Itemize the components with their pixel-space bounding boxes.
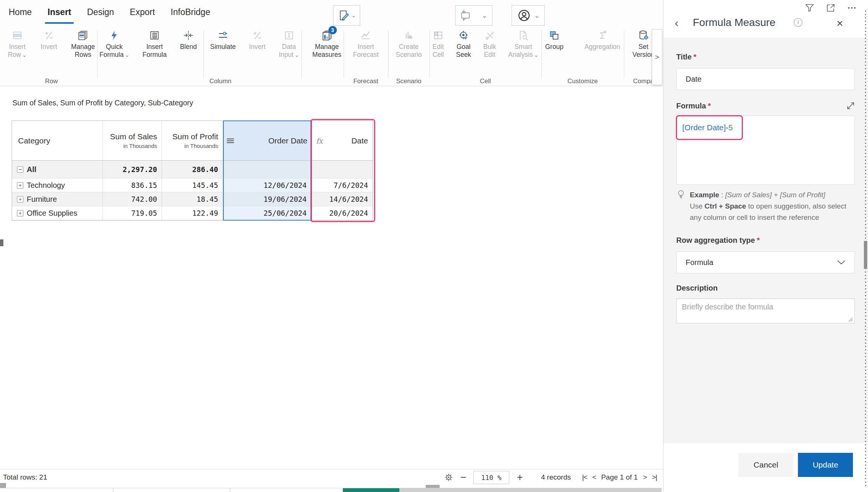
invert-row-button[interactable]: Invert [41, 29, 57, 59]
tab-infobridge[interactable]: InfoBridge [163, 0, 218, 26]
insert-formula-button[interactable]: Insert Formula [142, 29, 167, 59]
expand-icon[interactable]: + [17, 210, 23, 216]
cell-date[interactable]: 7/6/2024 [312, 178, 373, 192]
smart-analysis-button[interactable]: Smart Analysis⌄ [508, 29, 538, 59]
aggregation-button[interactable]: Aggregation [585, 29, 620, 59]
quick-formula-button[interactable]: Quick Formula⌄ [99, 29, 129, 59]
invert-icon [44, 29, 54, 42]
simulate-button[interactable]: Simulate [210, 29, 236, 59]
cell-order-date[interactable]: 12/06/2024 [223, 178, 312, 192]
insert-row-icon [12, 29, 23, 42]
comment-dropdown-button[interactable]: ⌄ [476, 5, 492, 26]
cell-profit[interactable]: 145.45 [162, 178, 223, 192]
info-icon[interactable]: i [794, 18, 802, 27]
table-header-row: Category Sum of Sales in Thousands Sum o… [12, 121, 373, 161]
more-options-icon[interactable] [847, 3, 857, 13]
formula-expression-highlight[interactable]: [Order Date]-5 [676, 115, 743, 140]
zoom-level-field[interactable]: 110 % [473, 471, 509, 484]
goal-seek-button[interactable]: Goal Seek [456, 29, 471, 59]
close-panel-button[interactable]: × [836, 18, 843, 29]
back-button[interactable]: ‹ [675, 17, 679, 29]
expand-icon[interactable]: + [17, 196, 23, 203]
invert-column-button[interactable]: Invert [249, 29, 266, 59]
collapse-icon[interactable]: − [17, 166, 23, 173]
ribbon: Home Insert Design Export InfoBridge [0, 0, 663, 86]
cell-category[interactable]: + Office Supplies [12, 206, 103, 220]
prev-page-button[interactable]: < [592, 469, 596, 485]
manage-measures-button[interactable]: 3 Manage Measures [312, 29, 341, 59]
account-button[interactable]: ⌄ [512, 5, 545, 26]
blend-button[interactable]: Blend [180, 29, 197, 59]
preview-selection-block [343, 488, 399, 492]
tab-design[interactable]: Design [79, 0, 122, 26]
cell-order-date[interactable]: 25/06/2024 [223, 206, 312, 220]
cell-date[interactable] [312, 161, 373, 178]
insert-forecast-button[interactable]: Insert Forecast [353, 29, 379, 59]
cell-sales[interactable]: 2,297.20 [103, 161, 162, 178]
filter-icon[interactable] [805, 3, 815, 13]
vertical-scrollbar[interactable] [863, 11, 868, 487]
measures-count-badge: 3 [329, 26, 337, 34]
set-version-icon [638, 29, 649, 42]
horizontal-scrollbar-thumb[interactable] [426, 485, 440, 488]
group-button[interactable]: Group [545, 29, 564, 59]
next-page-button[interactable]: > [643, 469, 647, 485]
add-comment-button[interactable] [455, 5, 476, 26]
description-label: Description [676, 284, 855, 292]
insert-row-button[interactable]: Insert Row⌄ [8, 29, 27, 59]
column-header-profit[interactable]: Sum of Profit in Thousands [162, 121, 223, 160]
column-header-sales[interactable]: Sum of Sales in Thousands [103, 121, 162, 160]
zoom-in-button[interactable]: + [517, 469, 523, 485]
pane-resize-handle[interactable] [0, 239, 3, 246]
zoom-out-button[interactable]: − [460, 469, 466, 485]
chevron-down-icon [836, 259, 846, 265]
tab-export[interactable]: Export [122, 0, 163, 26]
cell-profit[interactable]: 18.45 [162, 192, 223, 206]
expand-icon[interactable]: + [17, 182, 23, 189]
cell-order-date[interactable] [223, 161, 312, 178]
formula-editor[interactable]: [Order Date]-5 [676, 116, 855, 185]
column-header-order-date[interactable]: Order Date [223, 121, 312, 160]
create-scenario-button[interactable]: Create Scenario [396, 29, 422, 59]
cell-date[interactable]: 14/6/2024 [312, 192, 373, 206]
edit-cell-button[interactable]: Edit Cell [432, 29, 444, 59]
column-header-date[interactable]: fx Date [312, 121, 373, 160]
expand-formula-editor-icon[interactable] [846, 101, 855, 110]
horizontal-scrollbar[interactable] [0, 485, 663, 488]
settings-gear-icon[interactable] [444, 472, 454, 482]
cell-date[interactable]: 20/6/2024 [312, 206, 373, 220]
ribbon-group-scenario: Create Scenario Scenario [388, 27, 429, 86]
cell-category[interactable]: + Furniture [12, 192, 103, 206]
cell-sales[interactable]: 719.05 [103, 206, 162, 220]
edit-mode-button[interactable]: ⌄ [333, 5, 360, 26]
title-field-label: Title* [676, 53, 855, 61]
cell-category[interactable]: + Technology [12, 178, 103, 192]
cell-sales[interactable]: 742.00 [103, 192, 162, 206]
manage-rows-button[interactable]: Manage Rows [71, 29, 95, 59]
set-version-button[interactable]: Set Version [633, 29, 654, 59]
group-label-cell: Cell [429, 78, 541, 85]
aggregation-type-select[interactable]: Formula [676, 251, 855, 273]
ribbon-expand-button[interactable]: > [652, 29, 662, 85]
chevron-down-icon: ⌄ [22, 52, 27, 58]
cancel-button[interactable]: Cancel [738, 453, 793, 477]
bulk-edit-button[interactable]: Bulk Edit [483, 29, 496, 59]
cell-profit[interactable]: 286.40 [162, 161, 223, 178]
last-page-button[interactable]: >| [652, 469, 657, 485]
column-header-category[interactable]: Category [12, 121, 103, 160]
update-button[interactable]: Update [798, 453, 853, 477]
description-textarea[interactable] [676, 299, 855, 323]
tab-home[interactable]: Home [1, 0, 40, 26]
open-in-new-window-icon[interactable] [826, 3, 836, 13]
cell-order-date[interactable]: 19/06/2024 [223, 192, 312, 206]
title-input[interactable] [676, 68, 855, 90]
cell-sales[interactable]: 836.15 [103, 178, 162, 192]
data-input-button[interactable]: Data Input⌄ [279, 29, 299, 59]
formula-measure-panel: ‹ Formula Measure i × Title* Formula* [O… [663, 0, 868, 492]
cell-profit[interactable]: 122.49 [162, 206, 223, 220]
data-input-icon [284, 29, 294, 42]
vertical-scrollbar-thumb[interactable] [864, 241, 867, 269]
cell-category[interactable]: − All [12, 161, 103, 178]
first-page-button[interactable]: |< [582, 469, 587, 485]
tab-insert[interactable]: Insert [40, 0, 79, 26]
